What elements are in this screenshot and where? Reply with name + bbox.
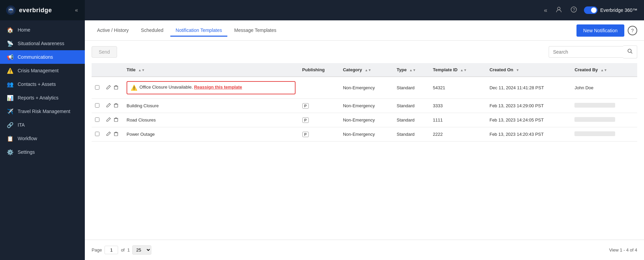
send-button[interactable]: Send [92, 46, 117, 58]
search-area [549, 45, 637, 58]
tab-scheduled[interactable]: Scheduled [135, 25, 169, 37]
svg-rect-6 [114, 86, 118, 89]
row-type-4: Standard [393, 127, 430, 142]
sidebar-item-reports-analytics[interactable]: 📊 Reports + Analytics [0, 91, 85, 105]
tab-active-history[interactable]: Active / History [92, 25, 134, 37]
tab-notification-templates[interactable]: Notification Templates [170, 25, 228, 37]
topbar-user-icon[interactable] [554, 5, 564, 16]
pagination-bar: Page of 1 25 50 100 View 1 - 4 of 4 [85, 240, 644, 260]
row-title-3: Road Closures [123, 113, 299, 127]
delete-icon-1[interactable] [114, 85, 118, 91]
title-warning-box: ⚠️ Office Closure Unavailable. Reassign … [127, 81, 296, 94]
nav-icon-reports-analytics: 📊 [7, 94, 14, 101]
th-template-id[interactable]: Template ID ▲▼ [430, 63, 486, 77]
nav-icon-contacts-assets: 👥 [7, 81, 14, 88]
tab-message-templates[interactable]: Message Templates [229, 25, 282, 37]
sidebar: everbridge « 🏠 Home 📡 Situational Awaren… [0, 0, 85, 260]
search-input[interactable] [549, 46, 623, 58]
row-checkbox-3[interactable] [92, 113, 103, 127]
pub-badge-2: P [302, 103, 309, 109]
row-created-by-1: John Doe [571, 77, 637, 99]
checkbox-input-2[interactable] [95, 103, 99, 108]
nav-icon-communications: 📢 [7, 54, 14, 60]
delete-icon-3[interactable] [114, 117, 118, 123]
topbar-collapse-icon[interactable]: « [543, 5, 549, 15]
sidebar-item-communications[interactable]: 📢 Communications [0, 50, 85, 64]
main-area: « ? Everbridge 360™ Active / HistorySche… [85, 0, 644, 260]
th-type[interactable]: Type ▲▼ [393, 63, 430, 77]
row-type-1: Standard [393, 77, 430, 99]
content-wrapper: Active / HistoryScheduledNotification Te… [85, 20, 644, 260]
th-checkbox [92, 63, 103, 77]
topbar-help-icon[interactable]: ? [569, 5, 579, 16]
row-actions-3 [103, 113, 123, 127]
row-title-2: Building Closure [123, 99, 299, 113]
nav-label-situational-awareness: Situational Awareness [18, 41, 64, 46]
sidebar-item-settings[interactable]: ⚙️ Settings [0, 145, 85, 159]
th-category[interactable]: Category ▲▼ [340, 63, 393, 77]
th-title[interactable]: Title ▲▼ [123, 63, 299, 77]
nav-icon-travel-risk: ✈️ [7, 108, 14, 115]
sidebar-item-workflow[interactable]: 📋 Workflow [0, 132, 85, 145]
new-notification-button[interactable]: New Notification [576, 24, 624, 37]
th-created-by[interactable]: Created By ▲▼ [571, 63, 637, 77]
sidebar-item-travel-risk[interactable]: ✈️ Travel Risk Management [0, 105, 85, 118]
per-page-select[interactable]: 25 50 100 [132, 245, 151, 255]
edit-icon-4[interactable] [106, 131, 111, 137]
row-created-on-2: Feb 13, 2023 14:29:00 PST [486, 99, 571, 113]
row-template-id-1: 54321 [430, 77, 486, 99]
sidebar-item-crisis-management[interactable]: ⚠️ Crisis Management [0, 64, 85, 77]
sidebar-item-situational-awareness[interactable]: 📡 Situational Awareness [0, 37, 85, 50]
logo-text: everbridge [19, 7, 52, 14]
everbridge-logo-icon [5, 5, 16, 16]
nav-icon-settings: ⚙️ [7, 149, 14, 155]
table-row: Power OutagePNon-EmergencyStandard2222Fe… [92, 127, 637, 142]
nav-label-workflow: Workflow [18, 136, 37, 141]
table-header-row: Title ▲▼ Publishing Category ▲▼ Type ▲▼ … [92, 63, 637, 77]
sidebar-item-contacts-assets[interactable]: 👥 Contacts + Assets [0, 77, 85, 91]
row-publishing-2: P [299, 99, 340, 113]
checkbox-input-3[interactable] [95, 117, 99, 122]
row-template-id-4: 2222 [430, 127, 486, 142]
row-category-4: Non-Emergency [340, 127, 393, 142]
row-checkbox-1[interactable] [92, 77, 103, 99]
checkbox-input-1[interactable] [95, 85, 99, 90]
sidebar-collapse-button[interactable]: « [74, 6, 79, 15]
of-label: of [121, 247, 125, 253]
pagination-controls: Page of 1 25 50 100 [92, 245, 151, 255]
page-label: Page [92, 247, 102, 253]
th-publishing[interactable]: Publishing [299, 63, 340, 77]
row-created-by-2 [571, 99, 637, 113]
everbridge360-toggle[interactable] [584, 6, 598, 14]
svg-rect-10 [114, 118, 118, 122]
row-checkbox-2[interactable] [92, 99, 103, 113]
delete-icon-2[interactable] [114, 103, 118, 109]
row-type-3: Standard [393, 113, 430, 127]
row-checkbox-4[interactable] [92, 127, 103, 142]
row-title-1: ⚠️ Office Closure Unavailable. Reassign … [123, 77, 299, 99]
logo-area: everbridge [5, 5, 52, 16]
checkbox-input-4[interactable] [95, 132, 99, 136]
row-title-4: Power Outage [123, 127, 299, 142]
nav-label-communications: Communications [18, 54, 53, 60]
th-created-on[interactable]: Created On ▼ [486, 63, 571, 77]
svg-line-5 [631, 52, 632, 54]
sidebar-item-home[interactable]: 🏠 Home [0, 23, 85, 37]
delete-icon-4[interactable] [114, 131, 118, 137]
sidebar-item-ita[interactable]: 🔗 ITA [0, 118, 85, 132]
tab-bar: Active / HistoryScheduledNotification Te… [85, 20, 644, 41]
row-template-id-3: 1111 [430, 113, 486, 127]
edit-icon-2[interactable] [106, 103, 111, 109]
reassign-link[interactable]: Reassign this template [194, 85, 242, 90]
tab-help-icon[interactable]: ? [628, 26, 637, 35]
nav-icon-crisis-management: ⚠️ [7, 67, 14, 74]
edit-icon-3[interactable] [106, 117, 111, 123]
svg-rect-8 [114, 104, 118, 107]
total-pages: 1 [127, 247, 130, 253]
page-input[interactable] [105, 246, 118, 254]
search-button[interactable] [623, 45, 637, 58]
edit-icon-1[interactable] [106, 85, 111, 91]
nav-icon-home: 🏠 [7, 26, 14, 33]
row-category-1: Non-Emergency [340, 77, 393, 99]
row-category-2: Non-Emergency [340, 99, 393, 113]
